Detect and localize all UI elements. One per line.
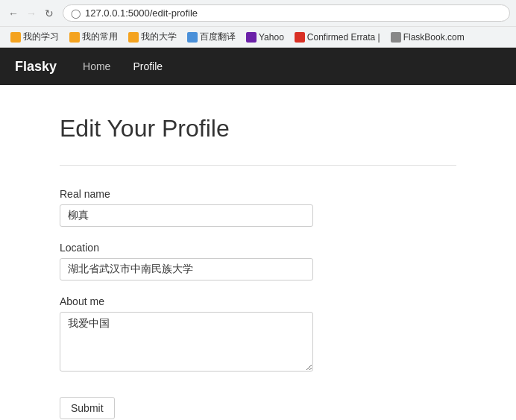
about-me-label: About me: [60, 295, 456, 307]
location-group: Location: [60, 242, 456, 280]
page-title: Edit Your Profile: [60, 115, 456, 142]
bookmark-label: 我的学习: [23, 31, 59, 43]
nav-link-profile[interactable]: Profile: [122, 49, 174, 84]
bookmark-icon: [246, 32, 257, 43]
browser-chrome: ← → ↻ ◯ 我的学习 我的常用 我的大学 百度翻译 Yahoo: [0, 0, 516, 48]
bookmark-label: 百度翻译: [200, 31, 236, 43]
address-input[interactable]: [85, 7, 502, 19]
submit-button[interactable]: Submit: [60, 397, 115, 419]
about-me-textarea[interactable]: [60, 312, 313, 372]
page-content: Edit Your Profile Real name Location Abo…: [0, 85, 516, 420]
location-input[interactable]: [60, 258, 313, 280]
bookmark-flaskbook[interactable]: FlaskBook.com: [386, 31, 469, 44]
bookmark-icon: [295, 32, 305, 43]
bookmark-label: Confirmed Errata |: [307, 32, 380, 43]
bookmark-icon: [128, 32, 139, 43]
bookmark-icon: [391, 32, 401, 43]
bookmark-icon: [187, 32, 198, 43]
real-name-label: Real name: [60, 188, 456, 200]
location-label: Location: [60, 242, 456, 254]
bookmark-label: FlaskBook.com: [403, 32, 465, 43]
browser-toolbar: ← → ↻ ◯: [0, 0, 516, 26]
back-button[interactable]: ←: [6, 6, 21, 21]
bookmarks-bar: 我的学习 我的常用 我的大学 百度翻译 Yahoo Confirmed Erra…: [0, 26, 516, 47]
forward-button[interactable]: →: [24, 6, 39, 21]
navbar: Flasky Home Profile: [0, 48, 516, 85]
navbar-nav: Home Profile: [72, 49, 174, 84]
bookmark-label: 我的大学: [141, 31, 177, 43]
bookmark-wode-xuexi[interactable]: 我的学习: [6, 29, 63, 45]
edit-profile-form: Real name Location About me Submit: [60, 188, 456, 419]
bookmark-baidu-fanyi[interactable]: 百度翻译: [183, 29, 240, 45]
real-name-input[interactable]: [60, 204, 313, 227]
bookmark-icon: [69, 32, 80, 43]
bookmark-label: 我的常用: [82, 31, 118, 43]
bookmark-wode-daxue[interactable]: 我的大学: [124, 29, 181, 45]
nav-link-home[interactable]: Home: [72, 49, 122, 84]
address-bar[interactable]: ◯: [63, 4, 510, 22]
reload-button[interactable]: ↻: [42, 6, 57, 21]
nav-buttons: ← → ↻: [6, 6, 57, 21]
real-name-group: Real name: [60, 188, 456, 227]
bookmark-yahoo[interactable]: Yahoo: [242, 31, 289, 44]
secure-icon: ◯: [71, 8, 81, 19]
about-me-group: About me: [60, 295, 456, 374]
bookmark-label: Yahoo: [259, 32, 284, 43]
navbar-brand[interactable]: Flasky: [15, 59, 57, 75]
bookmark-confirmed-errata[interactable]: Confirmed Errata |: [290, 31, 385, 44]
bookmark-icon: [10, 32, 21, 43]
bookmark-wode-changyong[interactable]: 我的常用: [65, 29, 122, 45]
divider: [60, 165, 456, 166]
